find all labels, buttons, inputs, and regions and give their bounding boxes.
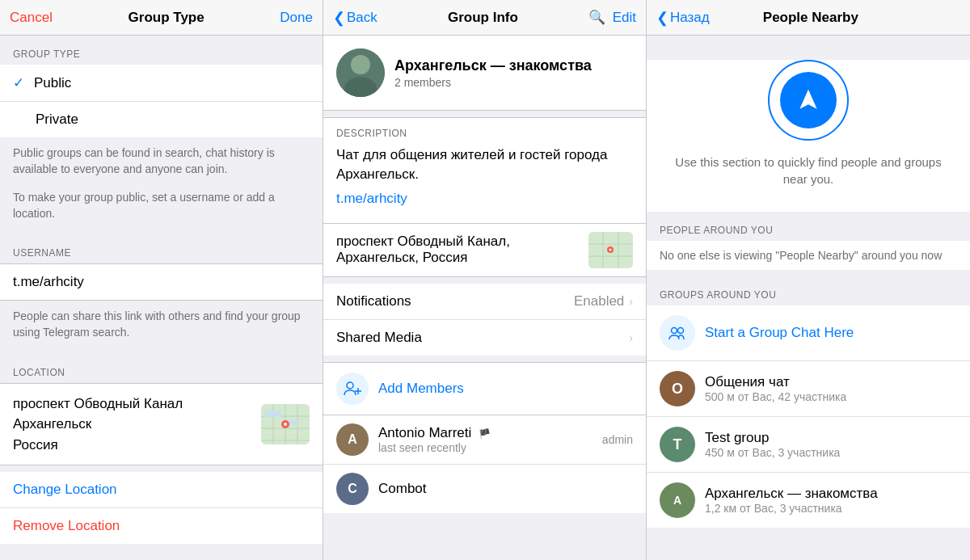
panel-people-nearby: ❮ Назад People Nearby Use this section t… <box>647 0 970 560</box>
location-line3: Россия <box>13 435 261 456</box>
cancel-button[interactable]: Cancel <box>10 10 53 26</box>
username-value[interactable]: t.me/arhcity <box>0 263 323 301</box>
map-thumbnail-svg <box>261 404 310 444</box>
nearby-group-info-1: Test group 450 м от Вас, 3 участника <box>705 430 957 459</box>
notifications-chevron-icon: › <box>629 295 633 308</box>
member-row-1[interactable]: C Combot <box>323 465 646 513</box>
nav-bar-group-info: ❮ Back Group Info 🔍 Edit <box>323 0 646 36</box>
edit-label: Edit <box>613 10 636 25</box>
member-row-0[interactable]: A Antonio Marreti 🏴 last seen recently a… <box>323 415 646 465</box>
section-groups-around: GROUPS AROUND YOU <box>647 276 970 305</box>
location-hero: Use this section to quickly find people … <box>647 60 970 212</box>
nav-title-nearby: People Nearby <box>763 10 858 26</box>
group-avatar-image <box>336 48 385 97</box>
settings-list: Notifications Enabled › Shared Media › <box>323 284 646 356</box>
description-section: DESCRIPTION Чат для общения жителей и го… <box>323 117 646 224</box>
svg-point-20 <box>609 248 612 251</box>
group-avatar <box>336 48 385 97</box>
panel-group-info: ❮ Back Group Info 🔍 Edit Архангельск — з… <box>323 0 647 560</box>
member-name-1: Combot <box>378 481 633 497</box>
back-chevron-icon: ❮ <box>333 9 345 27</box>
start-group-svg <box>668 323 687 343</box>
back-label-nearby: Назад <box>670 10 710 26</box>
nearby-group-name-2: Архангельск — знакомства <box>705 486 957 502</box>
back-label-group-info: Back <box>347 10 377 26</box>
notifications-row[interactable]: Notifications Enabled › <box>323 284 646 320</box>
nav-title-group-type: Group Type <box>129 10 205 26</box>
nearby-group-row-0[interactable]: О Общения чат 500 м от Вас, 42 участника <box>647 361 970 417</box>
add-members-icon <box>336 373 369 405</box>
svg-point-12 <box>351 55 370 74</box>
gap-after-location <box>0 465 323 472</box>
member-role-0: admin <box>602 433 633 446</box>
nearby-group-avatar-1: T <box>660 427 695 462</box>
change-location-row[interactable]: Change Location <box>0 472 323 507</box>
nearby-group-row-2[interactable]: А Архангельск — знакомства 1,2 км от Вас… <box>647 473 970 528</box>
done-button[interactable]: Done <box>280 10 313 26</box>
nearby-group-avatar-0: О <box>660 371 695 406</box>
groups-around-list: Start a Group Chat Here О Общения чат 50… <box>647 305 970 528</box>
location-display: проспект Обводный Канал Архангельск Росс… <box>0 383 323 466</box>
remove-location-label: Remove Location <box>13 518 120 533</box>
group-name: Архангельск — знакомства <box>394 57 592 74</box>
public-info-text2: To make your group public, set a usernam… <box>0 190 323 234</box>
nearby-group-distance-1: 450 м от Вас, 3 участника <box>705 446 957 459</box>
svg-rect-7 <box>265 411 281 417</box>
nearby-group-info-0: Общения чат 500 м от Вас, 42 участника <box>705 374 957 403</box>
checkmark-icon: ✓ <box>13 74 24 91</box>
group-header-row: Архангельск — знакомства 2 members <box>323 36 646 111</box>
add-members-row[interactable]: Add Members <box>323 362 646 415</box>
section-username-header: USERNAME <box>0 234 323 263</box>
nav-title-group-info: Group Info <box>448 10 518 26</box>
shared-media-label: Shared Media <box>336 330 629 346</box>
svg-point-24 <box>672 328 677 334</box>
member-name-0: Antonio Marreti 🏴 <box>378 425 593 441</box>
member-avatar-1: C <box>336 473 369 505</box>
gap1 <box>323 111 646 117</box>
group-members: 2 members <box>394 76 592 89</box>
location-line1: проспект Обводный Канал <box>13 394 261 415</box>
add-members-svg <box>343 379 362 398</box>
no-one-text: No one else is viewing "People Nearby" a… <box>647 241 970 270</box>
location-circle <box>768 60 849 141</box>
gap3 <box>323 356 646 362</box>
start-group-label: Start a Group Chat Here <box>705 325 854 341</box>
back-button-group-info[interactable]: ❮ Back <box>333 9 377 27</box>
svg-point-25 <box>678 328 684 334</box>
section-people-around: PEOPLE AROUND YOU <box>647 212 970 241</box>
nearby-group-distance-0: 500 м от Вас, 42 участника <box>705 390 957 403</box>
arrow-icon-svg <box>795 87 821 113</box>
nearby-group-name-1: Test group <box>705 430 957 446</box>
option-private[interactable]: Private <box>0 102 323 137</box>
notifications-value: Enabled <box>574 293 624 309</box>
edit-button[interactable]: 🔍 Edit <box>588 9 636 26</box>
nav-bar-people-nearby: ❮ Назад People Nearby <box>647 0 970 36</box>
notifications-label: Notifications <box>336 293 574 309</box>
shared-media-row[interactable]: Shared Media › <box>323 320 646 356</box>
panel-group-type: Cancel Group Type Done GROUP TYPE ✓ Publ… <box>0 0 323 560</box>
nearby-group-distance-2: 1,2 км от Вас, 3 участника <box>705 502 957 515</box>
group-location-text: проспект Обводный Канал, Архангельск, Ро… <box>336 234 588 266</box>
nearby-group-name-0: Общения чат <box>705 374 957 390</box>
option-public[interactable]: ✓ Public <box>0 65 323 102</box>
add-members-label: Add Members <box>378 381 464 397</box>
start-group-row[interactable]: Start a Group Chat Here <box>647 305 970 361</box>
group-link[interactable]: t.me/arhcity <box>336 191 633 207</box>
nearby-group-row-1[interactable]: T Test group 450 м от Вас, 3 участника <box>647 417 970 473</box>
remove-location-row[interactable]: Remove Location <box>0 507 323 544</box>
panel3-scroll: Use this section to quickly find people … <box>647 36 970 560</box>
nearby-description: Use this section to quickly find people … <box>647 154 970 204</box>
location-map-thumb <box>261 404 310 444</box>
back-chevron-icon-nearby: ❮ <box>656 9 668 27</box>
shared-media-chevron-icon: › <box>629 331 633 344</box>
flag-icon-0: 🏴 <box>479 428 491 440</box>
public-info-text1: Public groups can be found in search, ch… <box>0 137 323 190</box>
group-location-row: проспект Обводный Канал, Архангельск, Ро… <box>323 224 646 277</box>
change-location-label: Change Location <box>13 482 117 497</box>
member-info-0: Antonio Marreti 🏴 last seen recently <box>378 425 593 454</box>
nav-bar-group-type: Cancel Group Type Done <box>0 0 323 36</box>
back-button-people-nearby[interactable]: ❮ Назад <box>656 9 710 27</box>
section-location-header: LOCATION <box>0 354 323 383</box>
group-map-svg <box>588 232 633 268</box>
nearby-group-avatar-2: А <box>660 482 695 518</box>
